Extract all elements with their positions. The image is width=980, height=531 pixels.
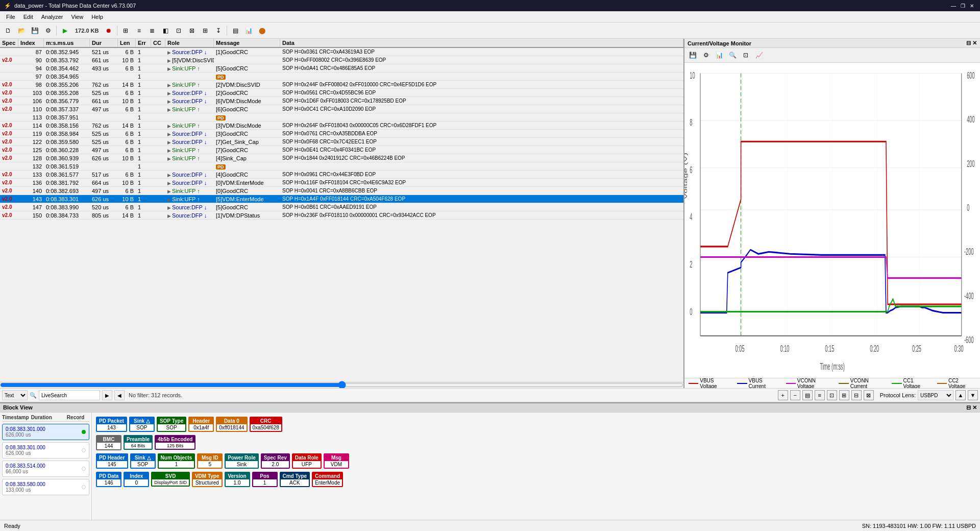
td-role: ▶Sink:UFP ↑ xyxy=(165,187,214,195)
decode-block-version: Version 1.0 xyxy=(225,472,250,487)
table-row[interactable]: v2.0 114 0:08.358.156 762 us 14 B 1 ▶Sin… xyxy=(0,122,683,130)
td-err: 1 xyxy=(136,130,151,137)
cv-btn4[interactable]: 🔍 xyxy=(726,49,739,61)
col-dur[interactable]: Dur xyxy=(90,39,118,47)
tb-btn2[interactable]: ≡ xyxy=(133,25,145,37)
decode-hdr-vdm-type: VDM Type xyxy=(193,473,222,479)
menu-edit[interactable]: Edit xyxy=(19,13,37,21)
cv-btn6[interactable]: 📈 xyxy=(753,49,765,61)
table-row[interactable]: v2.0 147 0:08.383.990 520 us 6 B 1 ▶Sour… xyxy=(0,203,683,211)
filter-btn4[interactable]: ⊞ xyxy=(839,390,849,400)
cv-btn2[interactable]: ⚙ xyxy=(700,49,712,61)
table-row[interactable]: v2.0 98 0:08.355.206 762 us 14 B 1 ▶Sink… xyxy=(0,81,683,89)
stop-btn[interactable]: ⏺ xyxy=(103,25,115,37)
status-right: SN: 1193-483101 HW: 1.00 FW: 1.11 USBPD xyxy=(862,523,976,529)
table-scrollbar[interactable] xyxy=(0,382,683,388)
search-backward-btn[interactable]: ◀ xyxy=(114,390,125,400)
table-row[interactable]: v2.0 119 0:08.358.984 525 us 6 B 1 ▶Sour… xyxy=(0,130,683,138)
decode-block-spec-rev: Spec Rev 2.0 xyxy=(261,453,290,469)
search-type-select[interactable]: Text Hex Dec xyxy=(2,390,28,400)
legend-vconn-voltage-dot xyxy=(786,383,796,384)
protocol-nav-up[interactable]: ▲ xyxy=(955,390,966,400)
close-btn[interactable]: ✕ xyxy=(968,2,976,10)
td-time: 0:08.361.577 xyxy=(44,171,90,178)
tb-btn10[interactable]: 📊 xyxy=(242,25,255,37)
filter-btn6[interactable]: ⊠ xyxy=(864,390,874,400)
horizontal-scroll[interactable] xyxy=(0,382,683,388)
save-btn[interactable]: 💾 xyxy=(29,25,41,37)
col-msg[interactable]: Message xyxy=(214,39,280,47)
td-index: 87 xyxy=(18,49,44,56)
tb-btn5[interactable]: ⊡ xyxy=(173,25,185,37)
bv-item-left-3: 0:08.383.580.000 133,000 us xyxy=(6,481,45,493)
properties-btn[interactable]: ⚙ xyxy=(42,25,54,37)
col-err[interactable]: Err xyxy=(136,39,151,47)
table-row[interactable]: v2.0 150 0:08.384.733 805 us 14 B 1 ▶Sou… xyxy=(0,211,683,220)
td-spec: v2.0 xyxy=(0,212,18,219)
col-len[interactable]: Len xyxy=(118,39,136,47)
add-filter-btn[interactable]: + xyxy=(778,390,788,400)
table-row[interactable]: 113 0:08.357.951 1 PD xyxy=(0,113,683,122)
cv-btn5[interactable]: ⊡ xyxy=(740,49,752,61)
cv-btn3[interactable]: 📊 xyxy=(713,49,725,61)
search-forward-btn[interactable]: ▶ xyxy=(102,390,112,400)
table-row[interactable]: 132 0:08.361.519 1 PD xyxy=(0,162,683,171)
table-body[interactable]: 87 0:08.352.945 521 us 6 B 1 ▶Source:DFP… xyxy=(0,48,683,382)
open-btn[interactable]: 📂 xyxy=(15,25,28,37)
tb-btn3[interactable]: ≣ xyxy=(146,25,158,37)
table-row[interactable]: 87 0:08.352.945 521 us 6 B 1 ▶Source:DFP… xyxy=(0,48,683,56)
filter-btn1[interactable]: ▤ xyxy=(802,390,813,400)
new-btn[interactable]: 🗋 xyxy=(2,25,14,37)
bv-item-1[interactable]: 0:08.383.301.000 626,000 us xyxy=(2,442,89,458)
tb-btn7[interactable]: ⊞ xyxy=(199,25,211,37)
maximize-btn[interactable]: ❐ xyxy=(959,2,967,10)
tb-btn9[interactable]: ▤ xyxy=(229,25,241,37)
col-index[interactable]: Index xyxy=(18,39,44,47)
remove-filter-btn[interactable]: − xyxy=(790,390,800,400)
menu-view[interactable]: View xyxy=(67,13,88,21)
filter-btn2[interactable]: ≡ xyxy=(815,390,825,400)
table-row[interactable]: v2.0 103 0:08.355.208 525 us 6 B 1 ▶Sour… xyxy=(0,89,683,97)
col-cc[interactable]: CC xyxy=(151,39,165,47)
tb-btn6[interactable]: ⊠ xyxy=(186,25,198,37)
protocol-select[interactable]: USBPD USB xyxy=(918,390,953,400)
col-time[interactable]: m:s.ms.us xyxy=(44,39,90,47)
cv-controls[interactable]: ⊟ ✕ xyxy=(966,40,977,46)
col-role[interactable]: Role xyxy=(165,39,214,47)
table-row[interactable]: v2.0 122 0:08.359.580 525 us 6 B 1 ▶Sour… xyxy=(0,138,683,146)
minimize-btn[interactable]: — xyxy=(949,2,958,10)
menu-file[interactable]: File xyxy=(2,13,19,21)
menu-analyzer[interactable]: Analyzer xyxy=(37,13,67,21)
table-row[interactable]: 97 0:08.354.965 1 PD xyxy=(0,73,683,81)
cv-btn1[interactable]: 💾 xyxy=(687,49,699,61)
table-row[interactable]: v2.0 143 0:08.383.301 626 us 10 B 1 ▶Sin… xyxy=(0,195,683,203)
bv-item-3[interactable]: 0:08.383.580.000 133,000 us xyxy=(2,479,89,495)
capture-btn[interactable]: ▶ xyxy=(59,25,71,37)
col-data[interactable]: Data xyxy=(280,39,683,47)
protocol-nav-down[interactable]: ▼ xyxy=(968,390,978,400)
titlebar-controls[interactable]: — ❐ ✕ xyxy=(949,2,976,10)
table-row[interactable]: v2.0 110 0:08.357.337 497 us 6 B 1 ▶Sink… xyxy=(0,105,683,113)
table-row[interactable]: v2.0 125 0:08.360.228 497 us 6 B 1 ▶Sink… xyxy=(0,146,683,154)
td-err: 1 xyxy=(136,212,151,219)
table-row[interactable]: v2.0 90 0:08.353.792 661 us 10 B 1 ▶[5]V… xyxy=(0,56,683,64)
col-spec[interactable]: Spec xyxy=(0,39,18,47)
bv-item-0[interactable]: 0:08.383.301.000 626,000 us xyxy=(2,424,89,440)
bv-controls[interactable]: ⊟ ✕ xyxy=(966,404,977,411)
table-row[interactable]: v2.0 128 0:08.360.939 626 us 10 B 1 ▶Sin… xyxy=(0,154,683,162)
decode-val-command: EnterMode xyxy=(313,479,342,486)
bv-item-2[interactable]: 0:08.383.514.000 66,000 us xyxy=(2,461,89,477)
tb-btn8[interactable]: ↧ xyxy=(212,25,225,37)
table-row[interactable]: v2.0 133 0:08.361.577 517 us 6 B 1 ▶Sour… xyxy=(0,171,683,179)
tb-btn11[interactable]: ⬤ xyxy=(256,25,268,37)
table-row[interactable]: v2.0 136 0:08.381.792 664 us 10 B 1 ▶Sou… xyxy=(0,179,683,187)
tb-btn4[interactable]: ◧ xyxy=(159,25,172,37)
table-row[interactable]: v2.0 106 0:08.356.779 661 us 10 B 1 ▶Sou… xyxy=(0,97,683,105)
filter-btn3[interactable]: ⊡ xyxy=(827,390,837,400)
search-input[interactable] xyxy=(39,390,100,400)
filter-btn5[interactable]: ⊟ xyxy=(851,390,862,400)
table-row[interactable]: v2.0 140 0:08.382.693 497 us 6 B 1 ▶Sink… xyxy=(0,187,683,195)
tb-btn1[interactable]: ⊞ xyxy=(119,25,132,37)
table-row[interactable]: 94 0:08.354.462 493 us 6 B 1 ▶Sink:UFP ↑… xyxy=(0,64,683,73)
menu-help[interactable]: Help xyxy=(87,13,107,21)
